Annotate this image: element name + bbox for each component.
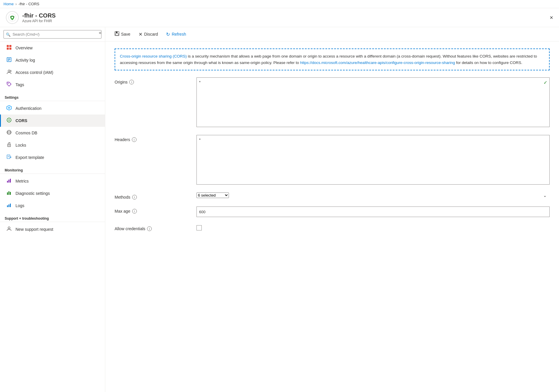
- title-block: -fhir - CORS Azure API for FHIR: [22, 12, 56, 23]
- origins-valid-icon: ✓: [544, 80, 547, 85]
- cosmos-db-icon: [6, 130, 13, 136]
- nav-activity-log[interactable]: Activity log: [0, 54, 105, 66]
- nav-new-support-request[interactable]: New support request: [0, 223, 105, 235]
- page-subtitle: Azure API for FHIR: [22, 19, 56, 23]
- svg-rect-26: [7, 181, 8, 183]
- nav-export-template[interactable]: Export template: [0, 151, 105, 164]
- methods-select[interactable]: 6 selected: [196, 192, 229, 198]
- max-age-input[interactable]: [196, 207, 550, 217]
- svg-rect-2: [7, 45, 9, 47]
- headers-row: Headers i: [115, 135, 550, 185]
- max-age-label: Max age i: [115, 207, 196, 214]
- save-label: Save: [121, 32, 130, 37]
- monitoring-section-label: Monitoring: [0, 164, 105, 174]
- activity-log-label: Activity log: [15, 58, 35, 63]
- allow-credentials-checkbox[interactable]: [196, 225, 202, 230]
- svg-point-22: [9, 145, 10, 146]
- main-content: Cross-origin resource sharing (CORS) is …: [105, 41, 559, 392]
- nav-cosmos-db[interactable]: Cosmos DB: [0, 127, 105, 139]
- locks-label: Locks: [15, 143, 26, 148]
- overview-label: Overview: [15, 46, 32, 50]
- nav-metrics[interactable]: Metrics: [0, 175, 105, 187]
- nav-locks[interactable]: Locks: [0, 139, 105, 151]
- cors-intro-link[interactable]: Cross-origin resource sharing (CORS): [120, 54, 187, 58]
- authentication-label: Authentication: [15, 106, 42, 111]
- nav-cors[interactable]: CORS: [0, 115, 105, 127]
- headers-label-text: Headers: [115, 137, 130, 142]
- page-header: -fhir - CORS Azure API for FHIR ×: [0, 8, 559, 27]
- svg-rect-28: [10, 179, 11, 183]
- max-age-label-text: Max age: [115, 209, 130, 214]
- nav-access-control[interactable]: Access control (IAM): [0, 66, 105, 79]
- breadcrumb-home[interactable]: Home: [4, 2, 14, 6]
- search-input[interactable]: [4, 30, 101, 39]
- origins-control: ✓: [196, 77, 550, 128]
- origins-row: Origins i ✓: [115, 77, 550, 128]
- save-icon: [115, 31, 119, 37]
- refresh-button[interactable]: ↻ Refresh: [163, 30, 189, 39]
- svg-rect-34: [8, 204, 9, 207]
- diagnostic-settings-label: Diagnostic settings: [15, 191, 50, 196]
- svg-rect-35: [10, 204, 11, 207]
- search-row: 🔍 «: [0, 27, 105, 42]
- search-wrap: 🔍: [4, 30, 101, 39]
- support-request-icon: [6, 226, 13, 233]
- collapse-button[interactable]: «: [95, 27, 105, 38]
- max-age-info-icon[interactable]: i: [132, 209, 137, 214]
- locks-icon: [6, 142, 13, 148]
- overview-icon: [6, 45, 13, 51]
- nav-overview[interactable]: Overview: [0, 42, 105, 54]
- allow-credentials-label: Allow credentials i: [115, 224, 196, 231]
- logs-label: Logs: [15, 203, 24, 208]
- search-box: 🔍: [0, 27, 105, 42]
- svg-rect-3: [9, 45, 11, 47]
- allow-credentials-info-icon[interactable]: i: [147, 226, 152, 231]
- svg-rect-29: [7, 192, 8, 195]
- svg-rect-39: [115, 34, 118, 35]
- tags-label: Tags: [15, 82, 24, 87]
- nav-authentication[interactable]: Authentication: [0, 102, 105, 115]
- page-title: -fhir - CORS: [22, 12, 56, 19]
- access-control-label: Access control (IAM): [15, 70, 53, 75]
- headers-control: [196, 135, 550, 185]
- allow-credentials-row: Allow credentials i: [115, 224, 550, 231]
- save-button[interactable]: Save: [111, 30, 134, 39]
- nav-tags[interactable]: Tags: [0, 79, 105, 91]
- cors-doc-link[interactable]: https://docs.microsoft.com/azure/healthc…: [300, 60, 455, 65]
- cors-description: Cross-origin resource sharing (CORS) is …: [115, 48, 550, 70]
- origins-info-icon[interactable]: i: [129, 80, 134, 84]
- svg-point-36: [8, 227, 10, 229]
- access-control-icon: [6, 69, 13, 76]
- svg-rect-5: [9, 48, 11, 50]
- methods-select-wrapper: 6 selected: [196, 192, 550, 198]
- headers-label: Headers i: [115, 135, 196, 142]
- headers-info-icon[interactable]: i: [132, 137, 137, 142]
- close-button[interactable]: ×: [550, 14, 553, 21]
- export-template-label: Export template: [15, 155, 44, 160]
- toolbar: Save ✕ Discard ↻ Refresh: [105, 27, 559, 41]
- discard-button[interactable]: ✕ Discard: [135, 30, 161, 39]
- service-icon: [6, 11, 19, 24]
- svg-point-16: [8, 119, 10, 121]
- nav-diagnostic-settings[interactable]: Diagnostic settings: [0, 187, 105, 200]
- svg-rect-33: [7, 205, 8, 207]
- origins-textarea[interactable]: [196, 77, 550, 127]
- discard-icon: ✕: [139, 32, 142, 37]
- discard-label: Discard: [144, 32, 158, 37]
- methods-info-icon[interactable]: i: [132, 195, 137, 200]
- refresh-label: Refresh: [172, 32, 186, 37]
- cosmos-db-label: Cosmos DB: [15, 131, 37, 135]
- methods-control: 6 selected: [196, 192, 550, 198]
- refresh-icon: ↻: [166, 32, 170, 37]
- svg-rect-27: [8, 180, 9, 183]
- headers-textarea[interactable]: [196, 135, 550, 185]
- breadcrumb: Home › -fhir - CORS: [0, 0, 559, 8]
- cors-description-suffix: for details on how to configure CORS.: [455, 60, 522, 65]
- main-layout: 🔍 « Overview Activity log Access control…: [0, 27, 559, 392]
- breadcrumb-current: -fhir - CORS: [18, 2, 39, 6]
- nav-logs[interactable]: Logs: [0, 200, 105, 212]
- svg-point-12: [8, 83, 9, 84]
- diagnostic-settings-icon: [6, 190, 13, 197]
- origins-label-text: Origins: [115, 80, 127, 84]
- origins-textarea-wrap: ✓: [196, 77, 550, 128]
